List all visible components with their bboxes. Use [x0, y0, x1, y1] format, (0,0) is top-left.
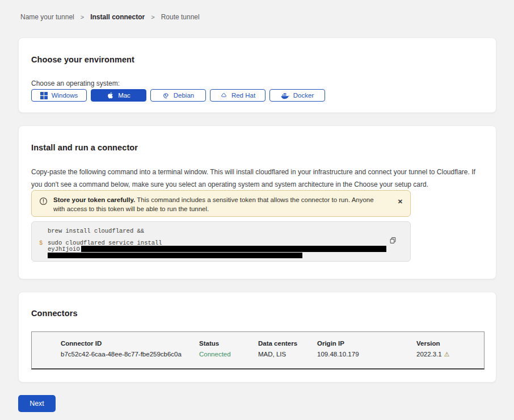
breadcrumb-install-connector[interactable]: Install connector	[90, 13, 145, 21]
token-warning-banner: Store your token carefully. This command…	[31, 190, 411, 217]
os-button-docker[interactable]: Docker	[269, 89, 325, 102]
os-button-label: Docker	[293, 92, 314, 99]
redacted-token-bar	[81, 246, 386, 252]
connector-status-value: Connected	[199, 351, 258, 358]
breadcrumb-route-tunnel[interactable]: Route tunnel	[161, 13, 200, 21]
col-header-connector-id: Connector ID	[61, 340, 199, 347]
connectors-card: Connectors Connector ID Status Data cent…	[18, 292, 496, 383]
windows-icon	[40, 92, 48, 99]
col-header-status: Status	[199, 340, 258, 347]
os-button-label: Red Hat	[231, 92, 255, 99]
install-connector-title: Install and run a connector	[31, 143, 138, 152]
os-button-group: Windows Mac Debian Red Hat Docker	[31, 89, 325, 102]
connector-version-value: 2022.3.1	[416, 351, 442, 358]
col-header-version: Version	[416, 340, 484, 347]
col-header-origin-ip: Origin IP	[317, 340, 416, 347]
breadcrumb-name-your-tunnel[interactable]: Name your tunnel	[20, 13, 74, 21]
copy-icon[interactable]	[389, 237, 397, 246]
connector-origin-ip-value: 109.48.10.179	[317, 351, 416, 358]
warning-message: Store your token carefully. This command…	[53, 195, 382, 213]
install-command-codeblock: brew install cloudflared && $ sudo cloud…	[31, 221, 411, 262]
connectors-table: Connector ID Status Data centers Origin …	[31, 331, 484, 369]
shell-prompt: $	[39, 240, 43, 246]
os-button-label: Mac	[118, 92, 130, 99]
close-icon[interactable]: ✕	[398, 199, 403, 205]
connector-version-cell: 2022.3.1⚠	[416, 351, 484, 358]
code-line-token: eyJhIjoiO	[48, 246, 386, 253]
debian-icon	[162, 92, 170, 99]
next-button[interactable]: Next	[18, 395, 56, 412]
connector-id-value: b7c52c42-6caa-48ee-8c77-fbe259cb6c0a	[61, 351, 199, 358]
col-header-data-centers: Data centers	[258, 340, 317, 347]
token-prefix: eyJhIjoiO	[48, 246, 80, 253]
breadcrumb-separator: >	[81, 14, 84, 20]
choose-environment-card: Choose your environment Choose an operat…	[18, 37, 496, 113]
version-warning-icon: ⚠	[444, 351, 450, 358]
choose-environment-title: Choose your environment	[31, 55, 134, 64]
os-button-label: Debian	[174, 92, 194, 99]
redhat-icon	[220, 92, 227, 99]
apple-icon	[107, 91, 114, 99]
connector-data-centers-value: MAD, LIS	[258, 351, 317, 358]
os-button-debian[interactable]: Debian	[150, 89, 206, 102]
os-button-redhat[interactable]: Red Hat	[210, 89, 266, 102]
alert-circle-icon	[39, 197, 48, 208]
code-line-brew: brew install cloudflared &&	[48, 228, 144, 234]
connectors-title: Connectors	[31, 309, 78, 318]
os-button-mac[interactable]: Mac	[91, 89, 146, 102]
os-button-label: Windows	[52, 92, 78, 99]
install-connector-card: Install and run a connector Copy-paste t…	[18, 125, 496, 279]
warning-title: Store your token carefully.	[53, 196, 135, 203]
breadcrumb: Name your tunnel > Install connector > R…	[20, 13, 200, 21]
install-description: Copy-paste the following command into a …	[31, 166, 483, 191]
docker-icon	[281, 92, 289, 99]
breadcrumb-separator: >	[151, 14, 154, 20]
redacted-token-bar	[48, 253, 302, 258]
os-button-windows[interactable]: Windows	[31, 89, 87, 102]
os-select-label: Choose an operating system:	[31, 79, 120, 87]
